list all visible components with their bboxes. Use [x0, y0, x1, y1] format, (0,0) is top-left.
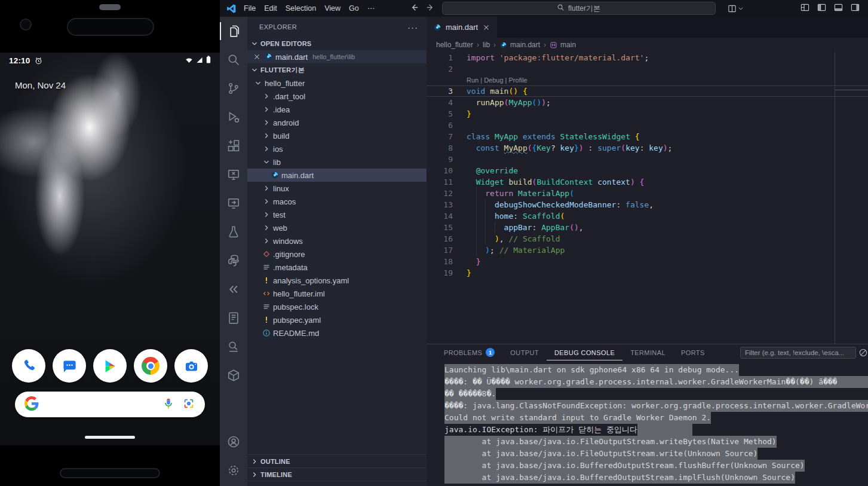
tree-item-lib[interactable]: lib: [247, 155, 427, 169]
more-actions-icon[interactable]: ···: [407, 22, 418, 32]
menu-view[interactable]: View: [320, 0, 345, 17]
tree-item-hello-flutter[interactable]: hello_flutter: [247, 77, 427, 90]
account-icon[interactable]: [220, 427, 247, 456]
tree-item-hello-flutter-iml[interactable]: hello_flutter.iml: [247, 287, 427, 300]
collapse-left-icon[interactable]: [220, 275, 247, 304]
extensions-icon[interactable]: [220, 132, 247, 160]
tree-item-build[interactable]: build: [247, 129, 427, 142]
code-line-16[interactable]: 16), // Scaffold: [427, 233, 868, 244]
go-forward-icon[interactable]: [426, 3, 435, 14]
search-editor-icon[interactable]: [220, 332, 247, 361]
run-debug-icon[interactable]: [220, 103, 247, 132]
console-line-7[interactable]: at java.base/java.io.FileOutputStream.wr…: [444, 436, 868, 448]
code-line-7[interactable]: 7class MyApp extends StatelessWidget {: [427, 131, 868, 142]
code-line-5[interactable]: 5}: [427, 108, 868, 120]
tree-item-gitignore[interactable]: .gitignore: [247, 247, 427, 261]
play-store-app-icon[interactable]: [93, 349, 127, 383]
code-line-8[interactable]: 8const MyApp({Key? key}) : super(key: ke…: [427, 142, 868, 154]
code-line-14[interactable]: 14home: Scaffold(: [427, 210, 868, 222]
panel-tab-problems[interactable]: PROBLEMS1: [436, 344, 502, 360]
tree-item-idea[interactable]: .idea: [247, 103, 427, 116]
console-line-1[interactable]: Launching lib\main.dart on sdk gphone64 …: [444, 364, 868, 376]
breadcrumb-item-main-dart[interactable]: main.dart: [499, 41, 540, 49]
tree-item-test[interactable]: test: [247, 208, 427, 221]
console-line-3[interactable]: �� �����8�.: [444, 388, 868, 400]
code-line-19[interactable]: 19}: [427, 267, 868, 279]
menu-more[interactable]: ⋯: [363, 0, 379, 17]
chrome-app-icon[interactable]: [134, 349, 167, 383]
breadcrumb-item-hello-flutter[interactable]: hello_flutter: [436, 41, 473, 49]
close-icon[interactable]: [253, 53, 261, 61]
panel-tab-output[interactable]: OUTPUT: [502, 344, 547, 360]
breadcrumb-item-main[interactable]: main: [550, 41, 576, 49]
tree-item-windows[interactable]: windows: [247, 234, 427, 247]
code-line-12[interactable]: 12return MaterialApp(: [427, 188, 868, 199]
phone-app-icon[interactable]: [12, 349, 45, 383]
code-line-6[interactable]: 6: [427, 120, 868, 131]
workspace-section-header[interactable]: FLUTTER기본: [247, 63, 427, 77]
console-line-6[interactable]: java.io.IOException: 파이프가 닫히는 중입니다: [444, 424, 868, 436]
mic-icon[interactable]: [162, 397, 175, 412]
phone-window-handle[interactable]: [99, 4, 121, 10]
close-tab-icon[interactable]: [482, 23, 490, 32]
console-filter-input[interactable]: Filter (e.g. text, !exclude, \esca...: [740, 347, 856, 359]
phone-home-screen[interactable]: 12:10 Mon, Nov 24: [0, 53, 220, 445]
panel-tab-debug-console[interactable]: DEBUG CONSOLE: [547, 344, 622, 360]
code-line-13[interactable]: 13debugShowCheckedModeBanner: false,: [427, 199, 868, 210]
code-line-1[interactable]: 1import 'package:flutter/material.dart';: [427, 52, 868, 63]
tree-item-readme-md[interactable]: README.md: [247, 326, 427, 340]
tree-item-pubspec-lock[interactable]: pubspec.lock: [247, 300, 427, 313]
code-line-11[interactable]: 11Widget build(BuildContext context) {: [427, 176, 868, 188]
google-search-bar[interactable]: [15, 392, 205, 417]
menu-file[interactable]: File: [240, 0, 260, 17]
console-line-8[interactable]: at java.base/java.io.FileOutputStream.wr…: [444, 448, 868, 460]
search-icon[interactable]: [220, 45, 247, 74]
toggle-secondary-sidebar-icon[interactable]: [851, 3, 860, 14]
code-line-2[interactable]: 2: [427, 63, 868, 75]
panel-tab-terminal[interactable]: TERMINAL: [622, 344, 673, 360]
code-line-18[interactable]: 18}: [427, 256, 868, 267]
google-lens-icon[interactable]: [182, 397, 195, 412]
code-editor[interactable]: 1import 'package:flutter/material.dart';…: [427, 52, 868, 344]
code-line-3[interactable]: 3void main() {: [427, 85, 868, 97]
tree-item-analysis-options-yaml[interactable]: analysis_options.yaml: [247, 274, 427, 287]
code-line-4[interactable]: 4runApp(MyApp());: [427, 97, 868, 108]
device-preview-icon[interactable]: [220, 189, 247, 218]
clear-console-icon[interactable]: [858, 348, 868, 357]
toggle-panel-icon[interactable]: [834, 3, 843, 14]
tree-item-web[interactable]: web: [247, 221, 427, 234]
notebook-icon[interactable]: [220, 304, 247, 332]
timeline-section-header[interactable]: TIMELINE: [247, 467, 427, 481]
console-line-9[interactable]: at java.base/java.io.BufferedOutputStrea…: [444, 460, 868, 472]
python-icon[interactable]: [220, 246, 247, 275]
customize-layout-icon[interactable]: [800, 3, 809, 14]
device-remote-icon[interactable]: [220, 160, 247, 189]
panel-tab-ports[interactable]: PORTS: [673, 344, 713, 360]
code-line-15[interactable]: 15appBar: AppBar(),: [427, 222, 868, 233]
code-line-17[interactable]: 17); // MaterialApp: [427, 244, 868, 256]
console-line-5[interactable]: Could not write standard input to Gradle…: [444, 412, 868, 424]
source-control-icon[interactable]: [220, 74, 247, 103]
explorer-icon[interactable]: [220, 17, 247, 45]
console-line-2[interactable]: ����: �� Ü���� worker.org.gradle.process…: [444, 376, 868, 388]
settings-gear-icon[interactable]: [220, 456, 247, 485]
debug-console-output[interactable]: Launching lib\main.dart on sdk gphone64 …: [427, 360, 868, 486]
menu-selection[interactable]: Selection: [281, 0, 320, 17]
menu-go[interactable]: Go: [345, 0, 363, 17]
code-line-9[interactable]: 9: [427, 154, 868, 165]
tree-item-ios[interactable]: ios: [247, 142, 427, 155]
split-editor-icon[interactable]: [728, 0, 744, 17]
camera-app-icon[interactable]: [174, 349, 208, 383]
messages-app-icon[interactable]: [53, 349, 86, 383]
tab-main-dart[interactable]: main.dart: [427, 17, 498, 38]
tree-item-linux[interactable]: linux: [247, 182, 427, 195]
tree-item-metadata[interactable]: .metadata: [247, 261, 427, 274]
toggle-sidebar-icon[interactable]: [817, 3, 826, 14]
codelens-run-debug-profile[interactable]: Run | Debug | Profile: [467, 75, 868, 85]
open-editor-item[interactable]: main.dart hello_flutter\lib: [247, 50, 427, 63]
tree-item-pubspec-yaml[interactable]: pubspec.yaml: [247, 313, 427, 326]
tree-item-main-dart[interactable]: main.dart: [247, 169, 427, 182]
command-center-search[interactable]: flutter기본: [442, 2, 716, 15]
console-line-10[interactable]: at java.base/java.io.BufferedOutputStrea…: [444, 472, 868, 484]
menu-edit[interactable]: Edit: [260, 0, 281, 17]
